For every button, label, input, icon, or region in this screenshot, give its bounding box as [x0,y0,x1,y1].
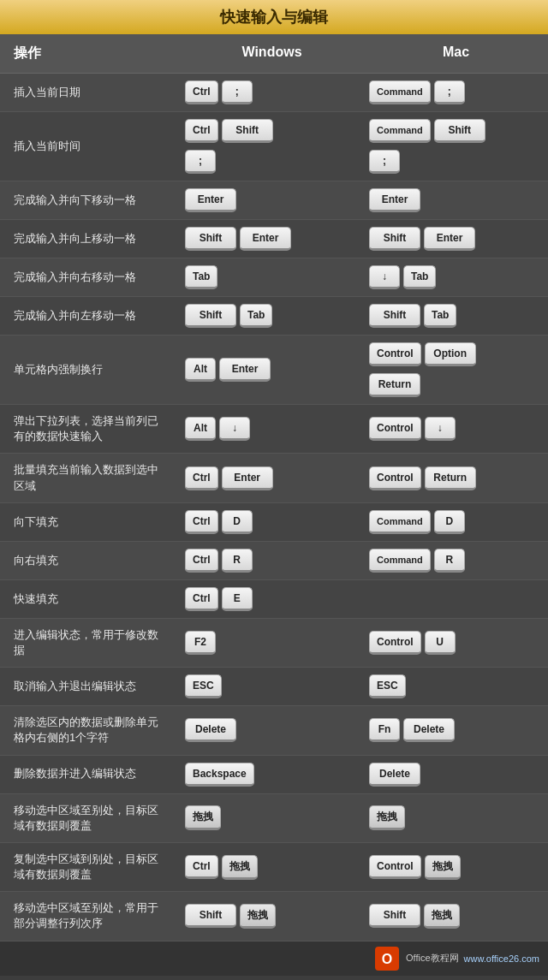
key-tab: Tab [403,265,436,289]
mac-keys-cell: CommandR [364,542,548,579]
op-cell: 移动选中区域至别处，目标区域有数据则覆盖 [0,794,180,842]
win-keys-cell: ShiftEnter [180,220,364,258]
key---: 拖拽 [369,805,405,830]
mac-keys-cell: ControlReturn [364,454,548,502]
op-cell: 向下填充 [0,503,180,541]
key-e: E [222,587,253,611]
mac-keys-cell: ShiftTab [364,297,548,335]
win-keys-cell: Delete [180,706,364,754]
key-option: Option [425,342,476,366]
key---: 拖拽 [425,855,461,880]
key-ctrl: Ctrl [185,510,218,534]
key-delete: Delete [185,718,236,742]
op-cell: 快速填充 [0,580,180,618]
mac-keys-cell: 拖拽 [364,794,548,842]
win-keys-cell: Enter [180,181,364,219]
table-row: 完成输入并向上移动一格 ShiftEnter ShiftEnter [0,220,548,258]
win-keys-cell: Alt↓ [180,405,364,453]
key--: ; [434,80,465,104]
op-cell: 弹出下拉列表，选择当前列已有的数据快速输入 [0,405,180,453]
win-keys-cell: Tab [180,258,364,296]
key-control: Control [369,466,421,490]
header-row: 操作 Windows Mac [0,34,548,74]
key-esc: ESC [185,674,222,698]
op-cell: 完成输入并向下移动一格 [0,181,180,219]
table-row: 插入当前时间 CtrlShift; CommandShift; [0,112,548,181]
table-row: 进入编辑状态，常用于修改数据 F2 ControlU [0,619,548,668]
key-command: Command [369,119,431,143]
op-cell: 取消输入并退出编辑状态 [0,668,180,705]
key-shift: Shift [185,227,236,251]
op-cell: 复制选中区域到别处，目标区域有数据则覆盖 [0,843,180,891]
key-ctrl: Ctrl [185,80,218,104]
key-enter: Enter [219,358,271,382]
key-shift: Shift [222,119,273,143]
office-icon: O [375,947,399,971]
key-ctrl: Ctrl [185,466,218,490]
table-row: 插入当前日期 Ctrl; Command; [0,74,548,112]
win-keys-cell: CtrlR [180,542,364,579]
table-row: 单元格内强制换行 AltEnter ControlOptionReturn [0,336,548,405]
key-backspace: Backspace [185,763,254,787]
footer: O Office教程网 www.office26.com [0,941,548,976]
mac-keys-cell: ESC [364,668,548,705]
op-cell: 完成输入并向右移动一格 [0,258,180,296]
win-keys-cell: Backspace [180,756,364,793]
table-row: 完成输入并向左移动一格 ShiftTab ShiftTab [0,297,548,336]
key--: ; [185,150,216,174]
key-tab: Tab [240,304,272,328]
footer-info: Office教程网 www.office26.com [406,952,539,965]
mac-keys-cell: Command; [364,74,548,111]
key-d: D [222,510,253,534]
op-cell: 移动选中区域至别处，常用于部分调整行列次序 [0,892,180,940]
mac-keys-cell [364,580,548,618]
key-command: Command [369,549,431,573]
mac-keys-cell: Shift拖拽 [364,892,548,940]
key-alt: Alt [185,358,216,382]
mac-keys-cell: Delete [364,756,548,793]
key-shift: Shift [369,227,420,251]
table-row: 完成输入并向右移动一格 Tab ↓Tab [0,258,548,297]
key-command: Command [369,80,431,104]
key-fn: Fn [369,718,400,742]
win-keys-cell: AltEnter [180,336,364,404]
key-ctrl: Ctrl [185,587,218,611]
op-cell: 完成输入并向左移动一格 [0,297,180,335]
mac-keys-cell: Control拖拽 [364,843,548,891]
win-keys-cell: CtrlD [180,503,364,541]
win-keys-cell: ShiftTab [180,297,364,335]
table-row: 移动选中区域至别处，目标区域有数据则覆盖 拖拽 拖拽 [0,794,548,843]
page-title: 快速输入与编辑 [220,9,328,26]
footer-label: Office教程网 [406,952,459,965]
op-cell: 清除选区内的数据或删除单元格内右侧的1个字符 [0,706,180,754]
mac-keys-cell: CommandD [364,503,548,541]
table-row: 快速填充 CtrlE [0,580,548,619]
footer-url: www.office26.com [464,953,539,964]
table-row: 批量填充当前输入数据到选中区域 CtrlEnter ControlReturn [0,454,548,502]
header-mac: Mac [364,34,548,73]
table-row: 向下填充 CtrlD CommandD [0,503,548,542]
key-enter: Enter [240,227,291,251]
key-enter: Enter [222,466,273,490]
key-shift: Shift [185,904,236,928]
key-ctrl: Ctrl [185,549,218,573]
key-control: Control [369,631,421,655]
mac-keys-cell: Control↓ [364,405,548,453]
key--: ↓ [219,417,250,441]
win-keys-cell: ESC [180,668,364,705]
key--: ; [369,150,400,174]
key-delete: Delete [403,718,455,742]
table-row: 移动选中区域至别处，常用于部分调整行列次序 Shift拖拽 Shift拖拽 [0,892,548,941]
table-row: 删除数据并进入编辑状态 Backspace Delete [0,756,548,794]
mac-keys-cell: FnDelete [364,706,548,754]
key-enter: Enter [424,227,475,251]
key-alt: Alt [185,417,216,441]
mac-keys-cell: ControlOptionReturn [364,336,548,404]
table-row: 向右填充 CtrlR CommandR [0,542,548,580]
key-u: U [425,631,456,655]
key---: 拖拽 [240,904,276,929]
key-enter: Enter [369,188,420,212]
key-delete: Delete [369,763,420,787]
mac-keys-cell: ShiftEnter [364,220,548,258]
mac-keys-cell: ControlU [364,619,548,667]
